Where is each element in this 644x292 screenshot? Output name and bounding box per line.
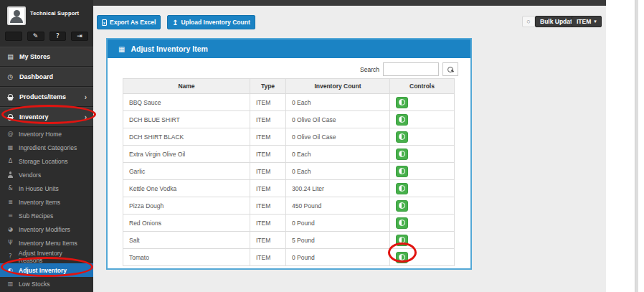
search-button[interactable] [442, 62, 458, 76]
adjust-inventory-row-button[interactable] [396, 200, 408, 212]
sidebar-item-ingredient-categories[interactable]: ▦Ingredient Categories [0, 141, 93, 154]
quick-action-user-button[interactable] [5, 32, 22, 41]
profile-name: Technical Support [30, 10, 79, 17]
stack-icon: ≡ [6, 213, 14, 219]
sidebar-item-label: Inventory [19, 113, 49, 121]
profile-section: Technical Support [0, 0, 93, 29]
cell-type: ITEM [250, 180, 286, 197]
main-content: x Export As Excel ↥ Upload Inventory Cou… [93, 6, 606, 292]
adjust-inventory-row-button[interactable] [396, 114, 408, 126]
sidebar-item-inventory-menu-items[interactable]: ΨInventory Menu Items [0, 236, 93, 250]
export-as-excel-button[interactable]: x Export As Excel [97, 15, 161, 29]
sidebar-item-label: Products/Items [19, 93, 66, 100]
adjust-icon: ◐ [6, 268, 14, 273]
column-header-inventory-count: Inventory Count [286, 79, 390, 94]
cell-type: ITEM [250, 146, 286, 163]
tomato-adjust-button[interactable] [396, 252, 408, 263]
item-type-dropdown[interactable]: ITEM ▾ [572, 16, 602, 27]
adjust-inventory-row-button[interactable] [396, 97, 408, 108]
sidebar-item-in-house-units[interactable]: &In House Units [0, 182, 93, 195]
cell-type: ITEM [250, 232, 286, 249]
cell-count: 0 Each [286, 94, 390, 111]
quick-action-help-button[interactable]: ? [49, 32, 67, 41]
sidebar-item-label: Inventory Items [19, 199, 60, 206]
cell-count: 0 Olive Oil Case [286, 128, 390, 146]
adjust-icon [399, 185, 405, 192]
sidebar-item-storage-locations[interactable]: ΔStorage Locations [0, 154, 93, 168]
adjust-inventory-row-button[interactable] [396, 149, 408, 160]
sidebar-item-low-stocks[interactable]: ▥Low Stocks [0, 277, 93, 291]
upload-icon: ↥ [172, 19, 178, 27]
adjust-inventory-row-button[interactable] [396, 166, 408, 177]
search-input[interactable] [383, 62, 439, 76]
sidebar-item-products-items[interactable]: Products/Items› [0, 87, 93, 107]
adjust-icon [399, 99, 405, 105]
cell-name: Kettle One Vodka [123, 180, 250, 197]
utensils-icon: Ψ [6, 240, 14, 246]
sidebar-item-label: Ingredient Categories [19, 144, 77, 151]
inventory-table: NameTypeInventory CountControls BBQ Sauc… [123, 78, 455, 266]
sidebar-item-inventory-home[interactable]: @Inventory Home [0, 127, 93, 141]
cell-type: ITEM [250, 128, 286, 146]
sidebar-item-label: Adjust Inventory Reasons [19, 250, 87, 264]
sidebar-main-nav: ▤My Stores◷DashboardProducts/Items›Inven… [0, 47, 93, 127]
sidebar-item-vendors[interactable]: Vendors [0, 168, 93, 182]
cell-controls [390, 94, 455, 111]
cell-type: ITEM [250, 197, 286, 215]
quick-action-logout-button[interactable]: ⇥ [71, 32, 88, 41]
table-grid-icon: ▦ [118, 45, 125, 53]
cell-controls [390, 163, 455, 180]
cell-count: 0 Each [286, 163, 390, 180]
quick-action-edit-button[interactable]: ✎ [27, 32, 44, 41]
table-row-extra-virgin-olive-oil: Extra Virgin Olive OilITEM0 Each [123, 146, 455, 163]
sidebar-item-inventory[interactable]: Inventory› [0, 107, 93, 127]
cell-type: ITEM [250, 215, 286, 232]
table-row-dch-shirt-black: DCH SHIRT BLACKITEM0 Olive Oil Case [123, 128, 455, 146]
cell-type: ITEM [250, 163, 286, 180]
adjust-icon [399, 133, 405, 140]
logout-icon: ⇥ [76, 33, 84, 39]
grid-icon: ▦ [6, 145, 14, 151]
cell-name: Tomato [123, 249, 250, 266]
table-row-dch-blue-shirt: DCH BLUE SHIRTITEM0 Olive Oil Case [123, 111, 455, 128]
sidebar-item-label: Inventory Menu Items [19, 240, 77, 247]
adjust-inventory-row-button[interactable] [396, 217, 408, 229]
sidebar-item-my-stores[interactable]: ▤My Stores [0, 47, 93, 67]
table-header-row: NameTypeInventory CountControls [123, 79, 455, 94]
sidebar-item-label: Low Stocks [19, 281, 49, 288]
table-row-kettle-one-vodka: Kettle One VodkaITEM300.24 Liter [123, 180, 455, 197]
adjust-inventory-row-button[interactable] [396, 131, 408, 143]
upload-inventory-count-button[interactable]: ↥ Upload Inventory Count [167, 15, 255, 29]
chevron-right-icon: › [85, 113, 87, 121]
cell-name: Salt [123, 232, 250, 249]
scrollbar-track[interactable] [635, 0, 638, 292]
adjust-inventory-row-button[interactable] [396, 235, 408, 246]
cell-name: DCH SHIRT BLACK [123, 128, 250, 146]
table-row-red-onions: Red OnionsITEM0 Pound [123, 215, 455, 232]
adjust-icon [399, 116, 405, 123]
store-icon: ▤ [6, 54, 14, 60]
adjust-inventory-row-button[interactable] [396, 183, 408, 194]
export-as-excel-label: Export As Excel [110, 19, 156, 26]
table-row-bbq-sauce: BBQ SauceITEM0 Each [123, 94, 455, 111]
cell-name: Red Onions [123, 215, 250, 232]
sidebar-item-adjust-inventory[interactable]: ◐Adjust Inventory [0, 263, 93, 277]
panel-title: Adjust Inventory Item [131, 44, 207, 53]
sidebar-item-label: Inventory Modifiers [19, 226, 70, 233]
sidebar-item-inventory-items[interactable]: ≣Inventory Items [0, 195, 93, 209]
sidebar-item-sub-recipes[interactable]: ≡Sub Recipes [0, 209, 93, 222]
archive-icon: ▥ [6, 281, 14, 287]
sidebar-item-label: Vendors [19, 171, 41, 179]
caret-down-icon: ▾ [594, 19, 597, 24]
adjust-icon [399, 151, 405, 157]
flask-icon: Δ [6, 159, 14, 164]
sidebar-item-label: Storage Locations [19, 158, 68, 165]
sidebar-item-inventory-modifiers[interactable]: ◕Inventory Modifiers [0, 222, 93, 236]
sidebar-item-dashboard[interactable]: ◷Dashboard [0, 67, 93, 87]
sidebar-item-adjust-inventory-reasons[interactable]: ?Adjust Inventory Reasons [0, 250, 93, 263]
item-type-label: ITEM [577, 18, 591, 25]
cell-count: 0 Pound [286, 215, 390, 232]
person-icon [6, 171, 14, 178]
refresh-button[interactable]: ○ [522, 16, 535, 27]
adjust-inventory-panel: ▦ Adjust Inventory Item Search NameTypeI… [106, 38, 472, 270]
